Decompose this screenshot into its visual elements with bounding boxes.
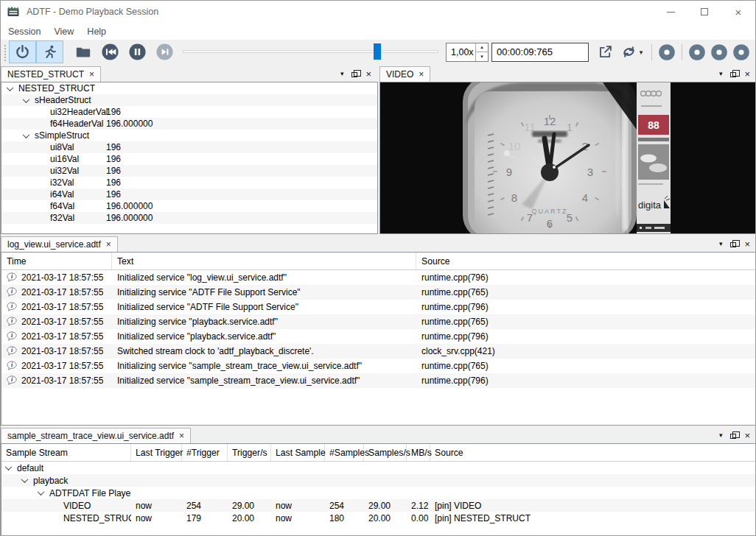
panel-close-icon[interactable]: × [744, 239, 750, 249]
maximize-button[interactable] [687, 1, 721, 23]
menu-view[interactable]: View [47, 25, 80, 38]
panel-close-icon[interactable]: × [365, 69, 371, 79]
tree-row[interactable]: ui32HeaderVal196 [1, 106, 377, 118]
trace-row[interactable]: VIDEO now 254 29.00 now 254 29.00 2.12 [… [1, 499, 756, 512]
spin-down-button[interactable]: ▼ [476, 52, 488, 61]
tree-row[interactable]: i32Val196 [1, 177, 377, 188]
speed-input[interactable] [447, 43, 475, 61]
tree-row[interactable]: i64Val196 [1, 188, 377, 200]
column-header-last-sample[interactable]: Last Sample [271, 444, 325, 461]
trace-row[interactable]: ADTFDAT File Player [1, 487, 756, 499]
log-row[interactable]: i2021-03-17 18:57:55 Initialized service… [1, 329, 756, 344]
panel-float-icon[interactable] [730, 242, 736, 247]
close-button[interactable]: × [721, 1, 755, 23]
tree-row[interactable]: NESTED_STRUCT [1, 82, 377, 94]
tree-row[interactable]: f64Val196.000000 [1, 200, 377, 212]
column-header-source[interactable]: Source [430, 444, 756, 461]
tree-row[interactable]: sSimpleStruct [1, 130, 377, 141]
column-header-samples-per-s[interactable]: Samples/s [364, 444, 407, 461]
playback-time-field[interactable] [491, 43, 589, 62]
tree-row[interactable]: ui16Val196 [1, 153, 377, 165]
minimize-button[interactable] [654, 1, 687, 23]
column-header-time[interactable]: Time [1, 253, 112, 269]
detach-window-button[interactable] [595, 40, 615, 63]
panel-menu-caret-icon[interactable]: ▾ [719, 431, 723, 439]
tab-close-icon[interactable]: × [89, 70, 94, 79]
power-toggle-button[interactable] [9, 40, 36, 63]
column-header-source[interactable]: Source [416, 253, 756, 269]
tree-row[interactable]: sHeaderStruct [1, 94, 377, 106]
chevron-down-icon[interactable] [23, 131, 30, 138]
log-row[interactable]: i2021-03-17 18:57:55 Switched stream clo… [1, 344, 756, 359]
folder-icon [75, 44, 91, 60]
spin-up-button[interactable]: ▲ [476, 43, 488, 53]
step-forward-button-disabled[interactable] [151, 40, 178, 63]
chevron-down-icon[interactable] [23, 96, 30, 103]
panel-menu-caret-icon[interactable]: ▾ [719, 240, 723, 247]
info-icon: i [7, 287, 17, 297]
tab-close-icon[interactable]: × [419, 70, 424, 79]
record-button-2[interactable] [686, 40, 708, 63]
nested-struct-tree: NESTED_STRUCT sHeaderStruct ui32HeaderVa… [1, 82, 378, 234]
log-row[interactable]: i2021-03-17 18:57:55 Initialized service… [1, 270, 756, 285]
panel-close-icon[interactable]: × [744, 431, 750, 440]
log-row[interactable]: i2021-03-17 18:57:55 Initializing servic… [1, 285, 756, 300]
tree-row[interactable]: ui8Val196 [1, 141, 377, 153]
chevron-down-icon[interactable] [38, 488, 45, 496]
record-button-1[interactable] [656, 40, 678, 63]
rewind-to-start-button[interactable] [97, 40, 124, 63]
adtf-app-icon [7, 5, 20, 18]
info-icon: i [7, 302, 17, 312]
panel-menu-caret-icon[interactable]: ▾ [719, 70, 723, 77]
record-button-3[interactable] [708, 40, 730, 63]
loop-mode-button[interactable]: ▾ [615, 40, 648, 63]
panel-float-icon[interactable] [730, 72, 736, 77]
chevron-down-icon[interactable] [7, 84, 14, 91]
tree-row[interactable]: f32Val196.000000 [1, 212, 377, 224]
tab-log-view[interactable]: log_view.ui_service.adtf × [1, 236, 118, 252]
column-header-last-trigger[interactable]: Last Trigger [131, 444, 182, 461]
menu-session[interactable]: Session [1, 25, 47, 38]
run-session-button[interactable] [36, 40, 63, 63]
trace-row[interactable]: NESTED_STRUCT now 179 20.00 now 180 20.0… [1, 512, 756, 524]
tab-close-icon[interactable]: × [106, 240, 111, 249]
log-row[interactable]: i2021-03-17 18:57:55 Initializing servic… [1, 359, 756, 373]
record-button-4[interactable] [730, 40, 752, 63]
slider-handle[interactable] [374, 43, 381, 60]
log-row[interactable]: i2021-03-17 18:57:55 Initializing servic… [1, 314, 756, 329]
column-header-num-trigger[interactable]: #Trigger [182, 444, 228, 461]
column-header-trigger-per-s[interactable]: Trigger/s [228, 444, 271, 461]
app-window: ADTF - Demo Playback Session × Session V… [0, 0, 756, 536]
column-header-text[interactable]: Text [112, 253, 416, 269]
loop-dropdown-caret-icon[interactable]: ▾ [640, 49, 643, 56]
menu-help[interactable]: Help [80, 25, 113, 38]
tab-nested-struct[interactable]: NESTED_STRUCT × [1, 66, 101, 82]
panel-menu-caret-icon[interactable]: ▾ [340, 70, 344, 77]
column-header-sample-stream[interactable]: Sample Stream [1, 444, 131, 461]
info-icon: i [7, 331, 17, 342]
chevron-down-icon[interactable] [5, 463, 13, 470]
slider-groove[interactable] [183, 50, 438, 53]
log-row[interactable]: i2021-03-17 18:57:55 Initialized service… [1, 373, 756, 388]
column-header-num-samples[interactable]: #Samples [325, 444, 364, 461]
pause-button[interactable] [124, 40, 151, 63]
tab-video[interactable]: VIDEO × [379, 66, 430, 82]
tab-sample-stream-trace[interactable]: sample_stream_trace_view.ui_service.adtf… [1, 428, 191, 443]
panel-buttons: ▾ × [719, 236, 756, 252]
trace-row[interactable]: playback [1, 474, 756, 487]
panel-float-icon[interactable] [730, 434, 736, 439]
panel-close-icon[interactable]: × [744, 69, 750, 79]
tree-row[interactable]: ui32Val196 [1, 165, 377, 177]
tab-close-icon[interactable]: × [179, 431, 184, 440]
toolbar-drag-handle[interactable] [3, 43, 7, 61]
playback-position-slider[interactable] [183, 40, 438, 63]
log-row[interactable]: i2021-03-17 18:57:55 Initialized service… [1, 300, 756, 314]
video-tabbar: VIDEO × ▾ × [379, 66, 756, 82]
panel-float-icon[interactable] [351, 72, 357, 77]
tree-row[interactable]: f64HeaderVal196.000000 [1, 118, 377, 130]
video-frame: 12 1 2 3 4 5 6 7 8 9 10 11 [380, 82, 756, 233]
open-file-button[interactable] [69, 40, 97, 63]
trace-row[interactable]: default [1, 462, 756, 474]
column-header-mb-per-s[interactable]: MB/s [407, 444, 430, 461]
chevron-down-icon[interactable] [21, 476, 29, 483]
